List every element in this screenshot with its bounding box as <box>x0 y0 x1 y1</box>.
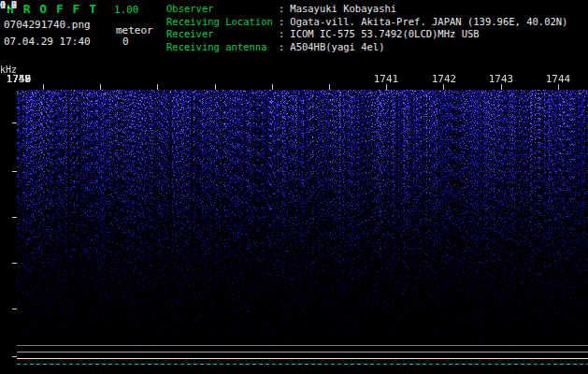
spectrogram-canvas <box>0 62 588 374</box>
info-row-antenna: Receiving antenna:A504HB(yagi 4el) <box>166 41 567 54</box>
info-separator: : <box>279 3 290 14</box>
time-axis-label: 1742 <box>425 73 463 85</box>
app-title: H R O F F T <box>7 2 97 16</box>
info-separator: : <box>279 28 290 39</box>
info-label: Observer <box>166 3 279 16</box>
info-value: ICOM IC-575 53.7492(0LCD)MHz USB <box>290 28 479 39</box>
info-value: A504HB(yagi 4el) <box>290 41 384 52</box>
time-axis-label: 1743 <box>482 73 520 85</box>
datetime-label: 07.04.29 17:40 <box>4 36 91 48</box>
info-separator: : <box>279 16 290 27</box>
time-axis-label: 1744 <box>539 73 577 85</box>
freq-axis-label: 0.6 <box>0 0 17 10</box>
info-label: Receiving antenna <box>166 41 279 54</box>
info-label: Receiver <box>166 28 279 41</box>
station-info: Observer:Masayuki Kobayashi Receiving Lo… <box>166 3 567 53</box>
freq-axis-unit: kHz <box>0 65 17 75</box>
info-separator: : <box>279 41 290 52</box>
info-row-location: Receiving Location:Ogata-vill. Akita-Pre… <box>166 16 567 29</box>
info-value: Masayuki Kobayashi <box>290 3 396 14</box>
info-value: Ogata-vill. Akita-Pref. JAPAN (139.96E, … <box>290 16 567 27</box>
mode-label: meteor <box>116 24 153 36</box>
hrofft-window: H R O F F T 1.00 0704291740.png meteor 0… <box>0 0 588 374</box>
meteor-count: 0 <box>122 36 129 48</box>
info-row-observer: Observer:Masayuki Kobayashi <box>166 3 567 16</box>
app-version: 1.00 <box>114 4 139 16</box>
info-row-receiver: Receiver:ICOM IC-575 53.7492(0LCD)MHz US… <box>166 28 567 41</box>
output-filename: 0704291740.png <box>4 19 91 31</box>
time-axis-label: 1741 <box>367 73 405 85</box>
info-label: Receiving Location <box>166 16 279 29</box>
